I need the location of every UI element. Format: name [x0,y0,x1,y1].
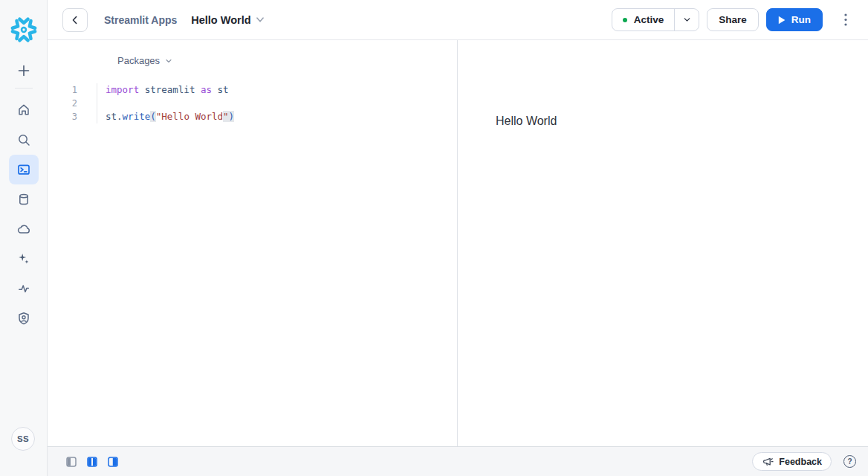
terminal-icon [16,162,31,177]
help-button[interactable]: ? [843,455,856,468]
status-split-button: Active [612,8,700,31]
code-row[interactable]: 3st.write("Hello World") [48,110,457,123]
layout-left-icon [66,457,77,467]
line-number: 3 [48,110,77,123]
code-token: "Hello World [156,111,223,122]
gutter-gap [77,83,97,97]
plus-icon [16,63,31,78]
run-label: Run [791,14,811,25]
home-icon [16,102,31,117]
more-options-button[interactable] [835,10,856,30]
feedback-button[interactable]: Feedback [752,452,832,471]
avatar-initials: SS [17,434,29,443]
code-editor-pane: Packages 1import streamlit as st23st.wri… [48,40,458,446]
snowflake-icon [10,16,38,44]
app-title-menu[interactable]: Hello World [191,14,263,26]
run-button[interactable]: Run [766,8,823,31]
snowflake-logo[interactable] [9,15,39,45]
sidebar-item-home[interactable] [9,94,39,124]
code-lines: 1import streamlit as st23st.write("Hello… [48,83,457,123]
back-button[interactable] [62,8,88,32]
question-icon: ? [847,457,852,466]
chevron-down-icon [164,57,173,65]
sidebar-item-admin[interactable] [9,303,39,333]
cloud-icon [16,222,31,237]
megaphone-icon [762,456,774,468]
layout-editor-only-button[interactable] [63,454,80,470]
code-token: st [212,84,229,95]
code-token: as [201,84,212,95]
user-avatar[interactable]: SS [11,427,35,451]
code-token: . [117,111,123,122]
preview-output-text: Hello World [496,115,868,128]
footer-bar: Feedback ? [48,446,868,476]
app-preview-pane: Hello World [458,40,868,446]
sidebar: SS [0,0,48,476]
sidebar-item-monitoring[interactable] [9,274,39,303]
chevron-down-icon [682,15,692,25]
kebab-icon [844,13,847,26]
main-area: Streamlit Apps Hello World Active Share [48,0,868,476]
code-row[interactable]: 1import streamlit as st [48,83,457,97]
gutter-gap [77,97,97,110]
packages-dropdown[interactable]: Packages [117,55,173,66]
packages-label: Packages [117,55,160,66]
code-token: streamlit [139,84,201,95]
code-line[interactable]: st.write("Hello World") [97,110,457,123]
sidebar-item-data[interactable] [9,184,39,214]
code-line[interactable] [97,97,457,110]
layout-split-icon [87,457,97,467]
layout-split-button[interactable] [84,454,100,470]
code-token: ( [150,111,156,122]
sparkles-icon [16,251,31,266]
status-badge: Active [634,14,664,25]
layout-right-icon [108,457,118,467]
sidebar-item-compute[interactable] [9,214,39,244]
status-dot [623,18,627,22]
code-row[interactable]: 2 [48,97,457,110]
breadcrumb[interactable]: Streamlit Apps [104,14,177,26]
feedback-label: Feedback [779,457,822,467]
share-label: Share [719,14,747,25]
header: Streamlit Apps Hello World Active Share [48,0,868,40]
share-button[interactable]: Share [707,8,759,31]
code-token: " [223,111,229,122]
database-icon [16,192,31,207]
chevron-left-icon [68,13,82,27]
sidebar-item-new[interactable] [9,56,39,86]
search-icon [16,132,31,147]
status-dropdown-button[interactable] [674,9,699,30]
code-editor[interactable]: 1import streamlit as st23st.write("Hello… [48,83,457,123]
layout-preview-only-button[interactable] [105,454,121,470]
workspace: Packages 1import streamlit as st23st.wri… [48,40,868,446]
code-token: write [123,111,151,122]
status-button[interactable]: Active [612,9,675,30]
play-icon [778,16,786,25]
caret-down-icon [256,17,264,22]
line-number: 1 [48,83,77,97]
activity-icon [16,281,31,296]
line-number: 2 [48,97,77,110]
gutter-gap [77,110,97,123]
sidebar-item-projects[interactable] [9,155,39,184]
code-token: ) [229,111,235,122]
page-title: Hello World [191,14,250,26]
code-line[interactable]: import streamlit as st [97,83,457,97]
code-token: st [106,111,117,122]
code-token: import [106,84,139,95]
sidebar-divider [15,88,33,89]
sidebar-item-search[interactable] [9,125,39,155]
shield-user-icon [16,311,31,326]
sidebar-item-ai[interactable] [9,244,39,274]
